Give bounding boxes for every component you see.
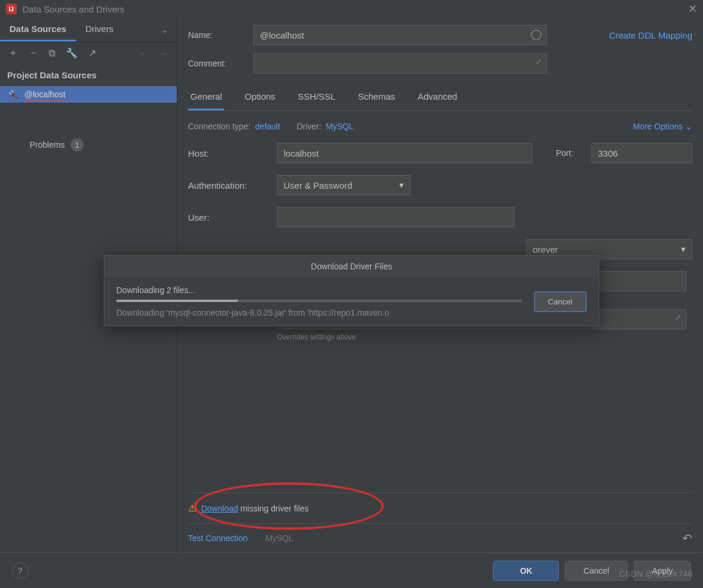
tab-advanced[interactable]: Advanced xyxy=(415,85,460,110)
expand-icon[interactable]: ⤢ xyxy=(675,313,681,322)
datasource-item[interactable]: 🔌 @localhost xyxy=(0,86,177,103)
comment-label: Comment: xyxy=(188,59,247,68)
dialog-cancel-button[interactable]: Cancel xyxy=(534,291,587,312)
warning-text: missing driver files xyxy=(238,504,308,513)
back-icon[interactable]: ← xyxy=(139,48,148,59)
copy-icon[interactable]: ⧉ xyxy=(49,48,55,59)
tab-general[interactable]: General xyxy=(188,85,224,110)
dropdown-arrow-icon: ▾ xyxy=(399,180,404,190)
ok-button[interactable]: OK xyxy=(493,561,559,581)
warning-icon: ⚠ xyxy=(188,503,196,514)
sidebar-toolbar: ＋ － ⧉ 🔧 ↗ ← → xyxy=(0,42,177,64)
app-icon: IJ xyxy=(6,4,17,14)
tab-options[interactable]: Options xyxy=(242,85,278,110)
name-label: Name: xyxy=(188,30,247,40)
close-icon[interactable]: ✕ xyxy=(688,2,697,15)
help-button[interactable]: ? xyxy=(12,562,28,579)
tab-data-sources[interactable]: Data Sources xyxy=(0,18,76,42)
dropdown-arrow-icon: ▾ xyxy=(681,244,686,255)
cancel-button[interactable]: Cancel xyxy=(565,561,628,581)
wrench-icon[interactable]: 🔧 xyxy=(66,47,78,59)
port-input[interactable] xyxy=(591,143,692,163)
warning-row: ⚠ Download missing driver files xyxy=(188,492,692,524)
download-dialog: Download Driver Files Downloading 2 file… xyxy=(104,255,599,326)
progress-bar xyxy=(116,300,522,302)
host-input[interactable] xyxy=(277,143,532,163)
problems-count: 1 xyxy=(71,138,84,151)
download-link[interactable]: Download xyxy=(201,504,238,513)
driver-label: Driver: xyxy=(297,122,321,131)
user-label: User: xyxy=(188,212,277,223)
user-input[interactable] xyxy=(277,207,514,227)
chevron-down-icon[interactable]: ⌄ xyxy=(153,19,177,40)
datasource-label: @localhost xyxy=(24,90,65,99)
comment-input[interactable]: ⤢ xyxy=(253,53,547,74)
remove-icon[interactable]: － xyxy=(28,47,38,59)
driver-value[interactable]: MySQL xyxy=(326,122,354,131)
host-label: Host: xyxy=(188,148,277,158)
forward-icon[interactable]: → xyxy=(159,48,168,59)
conn-type-label: Connection type: xyxy=(188,122,250,131)
import-icon[interactable]: ↗ xyxy=(88,47,96,59)
auth-select[interactable]: User & Password ▾ xyxy=(277,175,411,195)
download-detail: Downloading 'mysql-connector-java-8.0.25… xyxy=(116,308,522,317)
problems-label: Problems xyxy=(30,140,65,150)
tab-ssh[interactable]: SSH/SSL xyxy=(295,85,338,110)
add-icon[interactable]: ＋ xyxy=(8,47,18,59)
conn-type-value[interactable]: default xyxy=(255,122,280,131)
auth-label: Authentication: xyxy=(188,180,277,190)
window-title: Data Sources and Drivers xyxy=(23,4,688,14)
test-connection-link[interactable]: Test Connection xyxy=(188,533,247,543)
name-input[interactable]: @localhost xyxy=(253,25,547,45)
tab-schemas[interactable]: Schemas xyxy=(355,85,397,110)
url-hint: Overrides settings above xyxy=(277,333,692,341)
bottom-bar: ? OK Cancel Apply xyxy=(0,552,703,588)
more-options-link[interactable]: More Options ⌄ xyxy=(633,122,692,131)
driver-name: MySQL xyxy=(265,533,293,543)
tab-drivers[interactable]: Drivers xyxy=(76,18,123,42)
port-label: Port: xyxy=(556,148,591,158)
problems-row[interactable]: Problems 1 xyxy=(0,103,177,151)
chevron-down-icon: ⌄ xyxy=(685,122,692,131)
dialog-title: Download Driver Files xyxy=(104,256,599,277)
expand-icon[interactable]: ⤢ xyxy=(536,58,542,66)
create-ddl-link[interactable]: Create DDL Mapping xyxy=(609,30,692,40)
apply-button[interactable]: Apply xyxy=(634,561,691,581)
titlebar: IJ Data Sources and Drivers ✕ xyxy=(0,0,703,18)
content-tabs: General Options SSH/SSL Schemas Advanced xyxy=(188,85,692,111)
reset-icon[interactable]: ↶ xyxy=(682,531,692,545)
color-circle-icon[interactable] xyxy=(531,30,542,40)
download-status: Downloading 2 files... xyxy=(116,285,522,295)
section-header: Project Data Sources xyxy=(0,64,177,86)
database-icon: 🔌 xyxy=(8,90,18,99)
